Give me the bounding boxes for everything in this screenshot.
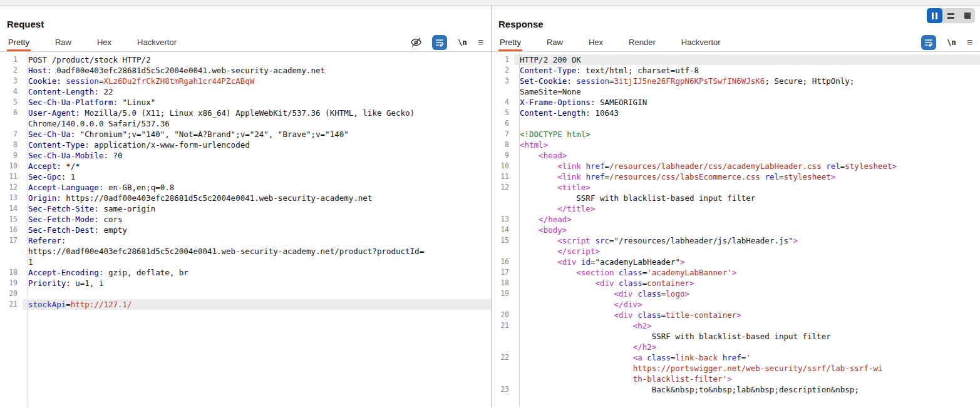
code-line[interactable]: <div class=container> (514, 278, 980, 288)
message-editor-split: Request PrettyRawHexHackvertor (0, 6, 980, 407)
tab-hex[interactable]: Hex (96, 33, 113, 51)
line-number: 3 (0, 76, 23, 86)
code-line[interactable]: 1 (23, 257, 491, 267)
editor-menu-icon[interactable]: ≡ (478, 37, 483, 48)
code-line[interactable]: User-Agent: Mozilla/5.0 (X11; Linux x86_… (23, 108, 491, 118)
code-line[interactable]: Back&nbsp;to&nbsp;lab&nbsp;description&n… (514, 384, 980, 395)
code-line[interactable]: SSRF with blacklist-based input filter (514, 331, 980, 342)
request-panel: Request PrettyRawHexHackvertor (0, 6, 491, 407)
code-line[interactable]: th-blacklist-filter'> (514, 374, 980, 384)
combined-layout-button[interactable] (959, 8, 975, 23)
code-line[interactable]: Sec-Fetch-Dest: empty (23, 225, 491, 235)
word-wrap-button[interactable] (921, 35, 936, 50)
code-line[interactable]: </title> (514, 203, 980, 214)
code-line[interactable]: <head> (514, 150, 980, 161)
code-line[interactable]: <script src="/resources/labheader/js/lab… (514, 235, 980, 246)
code-line[interactable]: Content-Length: 10643 (514, 108, 980, 118)
request-editor[interactable]: 1POST /product/stock HTTP/22Host: 0adf00… (0, 52, 491, 407)
code-row: 5Content-Length: 10643 (492, 108, 980, 118)
code-line[interactable]: Sec-Ch-Ua: "Chromium";v="140", "Not=A?Br… (23, 129, 491, 140)
code-line[interactable]: Content-Length: 22 (23, 86, 491, 97)
code-row: 6 (492, 118, 980, 129)
code-line[interactable]: <!DOCTYPE html> (514, 129, 980, 140)
code-line[interactable]: Set-Cookie: session=3itjIJ5ne26FRgpN6KPs… (514, 76, 980, 86)
request-editor-icons: \n ≡ (411, 33, 483, 51)
response-editor-icons: \n ≡ (921, 33, 972, 51)
code-line[interactable]: Chrome/140.0.0.0 Safari/537.36 (23, 118, 491, 129)
line-number: 6 (0, 108, 23, 118)
line-number (0, 246, 23, 257)
newline-toggle-icon[interactable]: \n (947, 38, 956, 47)
editor-menu-icon[interactable]: ≡ (967, 37, 972, 48)
response-editor[interactable]: 1HTTP/2 200 OK2Content-Type: text/html; … (492, 52, 980, 407)
code-line[interactable]: <section class='academyLabBanner'> (514, 267, 980, 278)
newline-toggle-icon[interactable]: \n (458, 38, 467, 47)
tab-render[interactable]: Render (627, 33, 657, 51)
columns-layout-button[interactable] (927, 8, 942, 23)
code-row: </h2> (492, 342, 980, 352)
code-line[interactable]: <title> (514, 182, 980, 193)
code-line[interactable]: SameSite=None (514, 86, 980, 97)
line-number (492, 331, 514, 342)
code-line[interactable]: Cookie: session=XLz6Du2frCkZH8tmRgah1cr4… (23, 76, 491, 86)
line-number: 12 (0, 182, 23, 193)
tab-raw[interactable]: Raw (545, 33, 564, 51)
line-number: 9 (0, 150, 23, 161)
code-line[interactable]: <html> (514, 140, 980, 150)
code-line[interactable]: SSRF with blacklist-based input filter (514, 193, 980, 203)
code-line[interactable]: Content-Type: text/html; charset=utf-8 (514, 65, 980, 76)
code-line[interactable]: Accept-Encoding: gzip, deflate, br (23, 267, 491, 278)
code-line[interactable]: POST /product/stock HTTP/2 (23, 54, 491, 65)
code-line[interactable]: Sec-Gpc: 1 (23, 171, 491, 182)
code-line[interactable]: Sec-Ch-Ua-Platform: "Linux" (23, 97, 491, 108)
code-line[interactable]: Sec-Fetch-Site: same-origin (23, 203, 491, 214)
tab-hackvertor[interactable]: Hackvertor (680, 33, 722, 51)
code-line[interactable]: <h2> (514, 320, 980, 331)
tab-pretty[interactable]: Pretty (498, 33, 522, 51)
code-line[interactable]: https://0adf00e403efc28681d5c5c2004e0041… (23, 246, 491, 257)
code-line[interactable]: https://portswigger.net/web-security/ssr… (514, 363, 980, 374)
word-wrap-button[interactable] (432, 35, 447, 50)
tab-hackvertor[interactable]: Hackvertor (136, 33, 178, 51)
code-line[interactable] (514, 118, 980, 129)
code-row: 8<html> (492, 140, 980, 150)
line-number: 16 (0, 225, 23, 235)
code-line[interactable]: <body> (514, 225, 980, 235)
code-line[interactable]: stockApi=http://127.1/ (23, 299, 491, 310)
code-line[interactable]: Sec-Ch-Ua-Mobile: ?0 (23, 150, 491, 161)
code-line[interactable]: Accept: */* (23, 161, 491, 171)
code-line[interactable]: Referer: (23, 235, 491, 246)
code-row: https://portswigger.net/web-security/ssr… (492, 363, 980, 374)
line-number (492, 299, 514, 310)
code-row: 2Content-Type: text/html; charset=utf-8 (492, 65, 980, 76)
code-line[interactable]: <a class=link-back href=' (514, 352, 980, 363)
rows-layout-button[interactable] (943, 8, 959, 23)
code-row: 2Host: 0adf00e403efc28681d5c5c2004e0041.… (0, 65, 491, 76)
code-line[interactable]: <div class=title-container> (514, 310, 980, 320)
code-row: 1HTTP/2 200 OK (492, 54, 980, 65)
tab-raw[interactable]: Raw (54, 33, 73, 51)
code-line[interactable]: </head> (514, 214, 980, 225)
code-line[interactable]: <div id="academyLabHeader"> (514, 257, 980, 267)
code-line[interactable]: Accept-Language: en-GB,en;q=0.8 (23, 182, 491, 193)
code-line[interactable]: Origin: https://0adf00e403efc28681d5c5c2… (23, 193, 491, 203)
code-line[interactable]: <link href=/resources/labheader/css/acad… (514, 161, 980, 171)
code-line[interactable]: Host: 0adf00e403efc28681d5c5c2004e0041.w… (23, 65, 491, 76)
code-line[interactable]: </h2> (514, 342, 980, 352)
tab-pretty[interactable]: Pretty (7, 33, 31, 51)
tab-hex[interactable]: Hex (587, 33, 604, 51)
code-line[interactable]: Content-Type: application/x-www-form-url… (23, 140, 491, 150)
code-line[interactable]: X-Frame-Options: SAMEORIGIN (514, 97, 980, 108)
code-line[interactable] (23, 288, 491, 299)
line-number: 22 (492, 352, 514, 363)
code-line[interactable]: Sec-Fetch-Mode: cors (23, 214, 491, 225)
code-line[interactable]: HTTP/2 200 OK (514, 54, 980, 65)
eye-off-icon[interactable] (411, 37, 421, 48)
code-line[interactable]: <link href=/resources/css/labsEcommerce.… (514, 171, 980, 182)
layout-controls (927, 8, 975, 23)
line-number (492, 246, 514, 257)
code-line[interactable]: </div> (514, 299, 980, 310)
code-line[interactable]: <div class=logo> (514, 288, 980, 299)
code-line[interactable]: </script> (514, 246, 980, 257)
code-line[interactable]: Priority: u=1, i (23, 278, 491, 288)
